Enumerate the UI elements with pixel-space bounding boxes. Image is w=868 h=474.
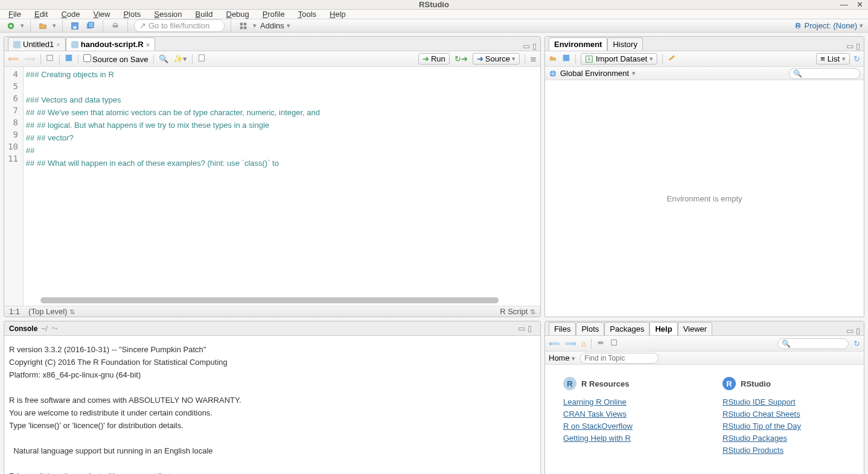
menu-file[interactable]: File: [8, 10, 21, 19]
grid-dropdown-icon[interactable]: ▾: [253, 22, 257, 30]
go-to-arrow-icon: ↗: [139, 21, 146, 30]
import-dataset-button[interactable]: Import Dataset▾: [581, 53, 657, 65]
save-all-button[interactable]: [85, 20, 97, 32]
help-link[interactable]: RStudio Cheat Sheets: [723, 409, 846, 419]
menu-build[interactable]: Build: [196, 10, 213, 19]
addins-menu[interactable]: Addins▾: [260, 21, 290, 30]
compile-report-icon[interactable]: [197, 54, 206, 64]
help-link[interactable]: R on StackOverflow: [563, 422, 686, 431]
source-on-save-checkbox[interactable]: Source on Save: [83, 54, 148, 64]
tab-environment[interactable]: Environment: [549, 37, 607, 51]
open-recent-dropdown-icon[interactable]: ▾: [53, 22, 56, 30]
new-file-dropdown-icon[interactable]: ▾: [21, 22, 24, 30]
menu-tools[interactable]: Tools: [298, 10, 316, 19]
maximize-pane-icon[interactable]: ▯: [528, 324, 532, 333]
close-tab-icon[interactable]: ×: [56, 41, 60, 48]
maximize-pane-icon[interactable]: ▯: [532, 42, 537, 51]
help-nav-bar: Home ▾: [545, 352, 864, 365]
r-logo-icon: R: [563, 377, 576, 390]
globe-icon: [549, 69, 557, 78]
tab-plots[interactable]: Plots: [576, 322, 604, 335]
save-source-button[interactable]: [65, 54, 73, 64]
clear-workspace-icon[interactable]: [668, 54, 676, 64]
view-mode-selector[interactable]: ≡ List▾: [816, 53, 850, 65]
menubar: File Edit Code View Plots Session Build …: [0, 10, 868, 19]
tab-files[interactable]: Files: [549, 322, 576, 335]
help-link[interactable]: RStudio Products: [723, 446, 846, 455]
help-breadcrumb[interactable]: Home ▾: [549, 353, 575, 362]
console-output[interactable]: R version 3.3.2 (2016-10-31) -- "Sincere…: [4, 336, 540, 474]
env-scope-bar: Global Environment▾ 🔍: [545, 67, 864, 80]
refresh-help-icon[interactable]: ↻: [854, 339, 860, 348]
help-link[interactable]: Learning R Online: [563, 397, 686, 406]
code-tools-icon[interactable]: ✨▾: [173, 54, 187, 63]
source-button[interactable]: ➔ Source ▾: [473, 53, 520, 65]
close-tab-icon[interactable]: ×: [146, 41, 150, 48]
help-home-icon[interactable]: ⌂: [581, 339, 586, 348]
help-popout-icon[interactable]: [610, 338, 618, 349]
cursor-position: 1:1: [9, 307, 20, 316]
help-link[interactable]: RStudio Packages: [723, 434, 846, 443]
refresh-icon[interactable]: ↻: [854, 54, 860, 63]
tab-help[interactable]: Help: [649, 322, 677, 335]
scope-selector[interactable]: (Top Level) ⇅: [28, 307, 75, 316]
show-in-new-window-icon[interactable]: [46, 54, 54, 64]
minimize-pane-icon[interactable]: ▭: [846, 42, 854, 51]
minimize-button[interactable]: —: [840, 0, 848, 9]
menu-profile[interactable]: Profile: [263, 10, 285, 19]
minimize-pane-icon[interactable]: ▭: [846, 326, 854, 335]
menu-help[interactable]: Help: [330, 10, 346, 19]
menu-session[interactable]: Session: [154, 10, 182, 19]
code-area[interactable]: ### Creating objects in R ### Vectors an…: [24, 67, 540, 306]
environment-pane: Environment History ▭ ▯ Import Dataset▾ …: [544, 36, 864, 317]
menu-code[interactable]: Code: [61, 10, 80, 19]
save-workspace-icon[interactable]: [562, 54, 570, 64]
console-expand-icon[interactable]: ⤳: [51, 324, 58, 333]
tab-packages[interactable]: Packages: [604, 322, 649, 335]
help-link[interactable]: CRAN Task Views: [563, 409, 686, 419]
load-workspace-icon[interactable]: [549, 54, 557, 64]
language-mode[interactable]: R Script ⇅: [500, 307, 535, 316]
save-button[interactable]: [69, 20, 81, 32]
menu-debug[interactable]: Debug: [226, 10, 249, 19]
maximize-pane-icon[interactable]: ▯: [856, 42, 860, 51]
re-run-icon[interactable]: ↻➔: [455, 54, 468, 63]
help-link[interactable]: RStudio IDE Support: [723, 397, 846, 406]
open-file-button[interactable]: [37, 20, 49, 32]
help-forward-icon[interactable]: ⟹: [565, 339, 576, 348]
minimize-pane-icon[interactable]: ▭: [518, 324, 525, 333]
menu-edit[interactable]: Edit: [34, 10, 48, 19]
help-print-icon[interactable]: [596, 338, 605, 349]
source-tab-untitled[interactable]: Untitled1 ×: [8, 37, 66, 51]
go-to-file-function-input[interactable]: ↗ Go to file/function: [134, 19, 225, 32]
help-tab-bar: Files Plots Packages Help Viewer ▭ ▯: [545, 321, 864, 336]
console-title: Console: [9, 324, 37, 333]
tab-history[interactable]: History: [607, 37, 642, 51]
source-tab-handout[interactable]: handout-script.R ×: [66, 37, 155, 51]
outline-icon[interactable]: ≣: [530, 54, 537, 63]
menu-view[interactable]: View: [93, 10, 110, 19]
help-link[interactable]: Getting Help with R: [563, 434, 686, 443]
minimize-pane-icon[interactable]: ▭: [523, 42, 530, 51]
run-button[interactable]: ➔ Run: [418, 53, 450, 65]
project-menu[interactable]: R Project: (None)▾: [794, 21, 863, 30]
help-link[interactable]: RStudio Tip of the Day: [723, 422, 846, 431]
find-in-topic-input[interactable]: [580, 353, 659, 364]
horizontal-scrollbar[interactable]: [40, 297, 533, 303]
close-button[interactable]: ✕: [857, 0, 863, 9]
help-content[interactable]: RR Resources Learning R OnlineCRAN Task …: [545, 365, 864, 474]
help-search-input[interactable]: 🔍: [777, 338, 849, 349]
find-replace-icon[interactable]: 🔍: [159, 54, 168, 63]
code-editor[interactable]: 4567891011 ### Creating objects in R ###…: [4, 67, 540, 306]
print-button[interactable]: [109, 20, 121, 32]
new-file-button[interactable]: [5, 20, 17, 32]
env-search-input[interactable]: 🔍: [789, 68, 860, 79]
forward-button[interactable]: ⟹: [24, 54, 36, 63]
maximize-pane-icon[interactable]: ▯: [856, 326, 860, 335]
back-button[interactable]: ⟸: [8, 54, 19, 63]
menu-plots[interactable]: Plots: [123, 10, 141, 19]
tab-viewer[interactable]: Viewer: [678, 322, 713, 335]
grid-icon[interactable]: [237, 20, 249, 32]
scope-selector[interactable]: Global Environment▾: [549, 69, 636, 78]
help-back-icon[interactable]: ⟸: [549, 339, 560, 348]
